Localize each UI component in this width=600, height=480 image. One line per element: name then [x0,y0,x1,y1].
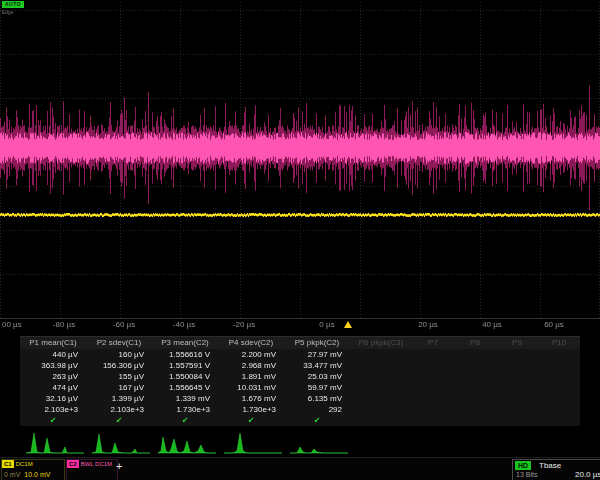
trigger-position-marker[interactable] [344,321,352,328]
table-row: 2.103e+3 2.103e+3 1.730e+3 1.730e+3 292 [20,404,580,415]
axis-label: 60 µs [534,320,574,330]
axis-label: 00 µs [2,320,32,330]
measurement-table: P1 mean(C1) P2 sdev(C1) P3 mean(C2) P4 s… [20,336,580,426]
axis-label: -60 µs [104,320,144,330]
axis-label: -20 µs [224,320,264,330]
c1-badge: C1 [2,460,14,468]
waveform-display[interactable] [0,0,600,334]
stat-value: 1.556616 V [152,349,218,360]
measure-header-p10[interactable]: P10 [538,337,580,349]
resolution-bits-label: 13 Bits [516,471,537,479]
measure-header-p4[interactable]: P4 sdev(C2) [218,337,284,349]
timebase-descriptor[interactable]: HD Tbase 13 Bits 20.0 µs/div [512,459,600,480]
stat-value: 2.103e+3 [86,404,152,415]
table-row: 474 µV 167 µV 1.556645 V 10.031 mV 59.97… [20,382,580,393]
check-icon: ✔ [152,415,218,426]
stat-value: 6.135 mV [284,393,350,404]
c1-offset: 0 mV [4,471,20,478]
stat-value: 263 µV [20,371,86,382]
stat-value: 33.477 mV [284,360,350,371]
stat-value: 1.556645 V [152,382,218,393]
stat-value: 1.550084 V [152,371,218,382]
axis-label: 40 µs [472,320,512,330]
stat-value: 1.339 mV [152,393,218,404]
measure-header-p5[interactable]: P5 pkpk(C2) [284,337,350,349]
cursor-plus-icon[interactable]: + [116,461,122,472]
stat-value: 156.306 µV [86,360,152,371]
stat-value: 10.031 mV [218,382,284,393]
measure-header-p1[interactable]: P1 mean(C1) [20,337,86,349]
histicon-p4 [224,428,282,454]
stat-value: 2.968 mV [218,360,284,371]
stat-value: 2.103e+3 [20,404,86,415]
stat-value: 160 µV [86,349,152,360]
stat-value: 1.730e+3 [152,404,218,415]
channel-c1-descriptor[interactable]: C1DC1M 0 mV10.0 mV [1,459,65,480]
histicon-p2 [92,428,150,454]
axis-label-zero: 0 µs [312,320,342,330]
stat-value: 59.97 mV [284,382,350,393]
table-row: 263 µV 155 µV 1.550084 V 1.891 mV 25.03 … [20,371,580,382]
histicon-p5 [290,428,348,454]
stat-value: 27.97 mV [284,349,350,360]
stat-value: 440 µV [20,349,86,360]
acquisition-status-badge: AUTO [2,1,24,8]
stat-value: 32.16 µV [20,393,86,404]
descriptor-bar: C1DC1M 0 mV10.0 mV C2BWL DC1M + HD Tbase… [0,457,600,480]
measure-header-p9[interactable]: P9 [496,337,538,349]
measure-header-p8[interactable]: P8 [454,337,496,349]
axis-label: 20 µs [408,320,448,330]
stat-value: 1.557591 V [152,360,218,371]
check-icon: ✔ [284,415,350,426]
stat-value: 1.730e+3 [218,404,284,415]
stat-value: 25.03 mV [284,371,350,382]
c2-coupling: BWL DC1M [81,461,112,467]
stat-value: 474 µV [20,382,86,393]
stat-value: 155 µV [86,371,152,382]
stat-value: 2.200 mV [218,349,284,360]
oscilloscope-screen: AUTO Edge 00 µs -80 µs -60 µs -40 µs -20… [0,0,600,480]
stat-value: 167 µV [86,382,152,393]
c1-volts-per-div: 10.0 mV [24,471,50,478]
check-icon: ✔ [20,415,86,426]
histicon-p1 [26,428,84,454]
status-check-row: ✔ ✔ ✔ ✔ ✔ [20,415,580,426]
channel-c2-descriptor[interactable]: C2BWL DC1M [66,459,118,480]
axis-label: -80 µs [44,320,84,330]
c1-coupling: DC1M [16,461,33,467]
hd-mode-badge: HD [515,461,531,470]
check-icon: ✔ [86,415,152,426]
check-icon: ✔ [218,415,284,426]
stat-value: 1.676 mV [218,393,284,404]
measure-header-p2[interactable]: P2 sdev(C1) [86,337,152,349]
c2-badge: C2 [67,460,79,468]
measure-header-p3[interactable]: P3 mean(C2) [152,337,218,349]
measure-header-p6[interactable]: P6 pkpk(C3) [350,337,412,349]
stat-value: 1.399 µV [86,393,152,404]
measurement-header-row: P1 mean(C1) P2 sdev(C1) P3 mean(C2) P4 s… [20,337,580,349]
time-per-div: 20.0 µs/div [575,471,600,479]
stat-value: 363.98 µV [20,360,86,371]
histicon-p3 [158,428,216,454]
table-row: 363.98 µV 156.306 µV 1.557591 V 2.968 mV… [20,360,580,371]
timebase-label: Tbase [539,461,561,470]
axis-label: -40 µs [164,320,204,330]
stat-value: 292 [284,404,350,415]
trigger-type-label: Edge [2,9,14,15]
table-row: 32.16 µV 1.399 µV 1.339 mV 1.676 mV 6.13… [20,393,580,404]
stat-value: 1.891 mV [218,371,284,382]
table-row: 440 µV 160 µV 1.556616 V 2.200 mV 27.97 … [20,349,580,360]
measure-header-p7[interactable]: P7 [412,337,454,349]
